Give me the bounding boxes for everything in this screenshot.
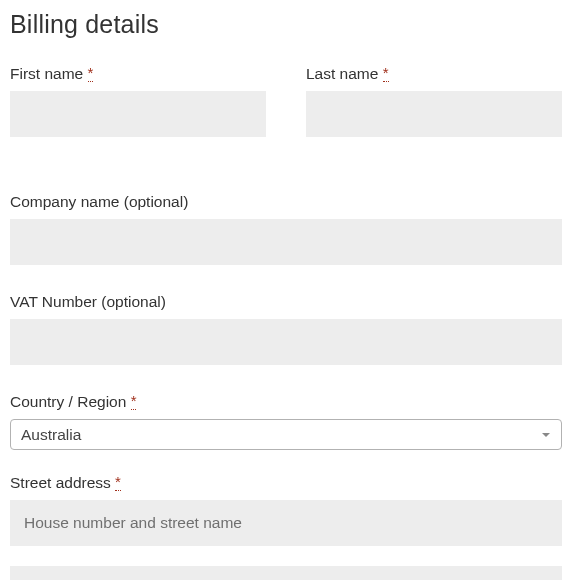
company-field: Company name (optional)	[10, 193, 570, 265]
street-address-line1-input[interactable]	[10, 500, 562, 546]
street-label: Street address *	[10, 474, 570, 492]
last-name-label: Last name *	[306, 65, 562, 83]
last-name-field: Last name *	[306, 65, 562, 137]
country-label: Country / Region *	[10, 393, 570, 411]
vat-label: VAT Number (optional)	[10, 293, 570, 311]
last-name-input[interactable]	[306, 91, 562, 137]
first-name-label: First name *	[10, 65, 266, 83]
street-address-line2-input[interactable]	[10, 566, 562, 580]
required-mark-icon: *	[383, 64, 389, 82]
page-title: Billing details	[10, 10, 570, 39]
first-name-label-text: First name	[10, 65, 88, 82]
chevron-down-icon	[537, 426, 555, 444]
required-mark-icon: *	[115, 473, 121, 491]
country-field: Country / Region * Australia	[10, 393, 570, 450]
vat-field: VAT Number (optional)	[10, 293, 570, 365]
first-name-field: First name *	[10, 65, 266, 137]
street-label-text: Street address	[10, 474, 115, 491]
company-label: Company name (optional)	[10, 193, 570, 211]
country-select[interactable]: Australia	[10, 419, 562, 450]
vat-input[interactable]	[10, 319, 562, 365]
company-input[interactable]	[10, 219, 562, 265]
required-mark-icon: *	[88, 64, 94, 82]
country-select-value: Australia	[21, 426, 81, 444]
required-mark-icon: *	[131, 392, 137, 410]
country-label-text: Country / Region	[10, 393, 131, 410]
street-field: Street address *	[10, 474, 570, 580]
first-name-input[interactable]	[10, 91, 266, 137]
last-name-label-text: Last name	[306, 65, 383, 82]
